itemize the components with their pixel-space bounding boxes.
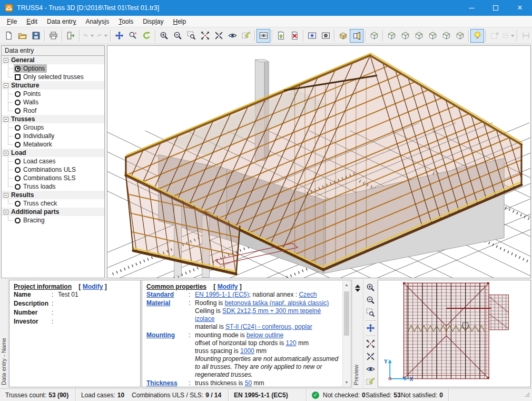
scrollbar-thumb[interactable] xyxy=(344,291,349,336)
preview-pan-button[interactable] xyxy=(364,322,377,334)
radio-icon[interactable] xyxy=(15,184,21,190)
zoom-in-button[interactable] xyxy=(157,29,171,43)
radio-icon[interactable] xyxy=(15,66,21,72)
radio-icon[interactable] xyxy=(15,142,21,148)
open-file-button[interactable] xyxy=(15,29,29,43)
resize-grip-icon[interactable] xyxy=(524,392,530,398)
pan-button[interactable] xyxy=(112,29,126,43)
tree-group-results[interactable]: Results xyxy=(2,191,104,199)
tree-item-bracing[interactable]: Bracing xyxy=(2,216,104,224)
property-label-link[interactable]: Thickness xyxy=(146,379,189,387)
splitter-arrows-icon[interactable] xyxy=(355,282,360,295)
collapse-icon[interactable] xyxy=(4,151,8,155)
view-cube-bottom-button[interactable] xyxy=(453,29,467,43)
view-new-button[interactable] xyxy=(305,29,319,43)
projection-view-button[interactable] xyxy=(350,29,363,43)
property-value-link[interactable]: betonová taška (např. alpská classic) xyxy=(225,299,329,307)
preview-canvas[interactable]: Y X xyxy=(378,280,531,387)
project-modify-link[interactable]: Modify xyxy=(83,283,103,290)
radio-icon[interactable] xyxy=(15,133,21,139)
property-value-link[interactable]: 1000 xyxy=(240,347,254,355)
tree-item-truss-check[interactable]: Truss check xyxy=(2,199,104,208)
property-label-link[interactable]: Mounting xyxy=(146,331,189,379)
export-button[interactable] xyxy=(64,29,77,43)
menu-file[interactable]: File xyxy=(2,16,22,27)
rotate-button[interactable] xyxy=(140,29,153,43)
zoom-drag-button[interactable] xyxy=(126,29,140,43)
checkbox-icon[interactable] xyxy=(15,74,21,80)
render-mode-button[interactable] xyxy=(257,29,270,43)
menu-edit[interactable]: Edit xyxy=(22,16,42,27)
radio-icon[interactable] xyxy=(15,167,21,173)
axonometry-button[interactable] xyxy=(367,29,381,43)
show-all-button[interactable] xyxy=(225,29,239,43)
menu-help[interactable]: Help xyxy=(169,16,191,27)
properties-scrollbar[interactable]: ▲ ▼ xyxy=(342,281,350,386)
collapse-icon[interactable] xyxy=(4,193,8,198)
close-button[interactable]: × xyxy=(508,0,532,16)
preview-show-selection-button[interactable] xyxy=(364,376,377,388)
view-cube-front-button[interactable] xyxy=(385,29,398,43)
print-button[interactable] xyxy=(46,29,60,43)
zoom-extents-button[interactable] xyxy=(198,29,212,43)
property-value-link[interactable]: 50 xyxy=(245,379,252,387)
tree-item-groups[interactable]: Groups xyxy=(2,123,104,132)
3d-model-scene[interactable] xyxy=(107,46,530,278)
tree-item-roof[interactable]: Roof xyxy=(2,106,104,115)
property-value-link[interactable]: ST-II (C24) - coniferous, poplar xyxy=(225,323,312,330)
collapse-icon[interactable] xyxy=(4,58,8,63)
light-button[interactable] xyxy=(470,29,484,43)
preview-zoom-selection-button[interactable] xyxy=(364,350,377,362)
solid-view-button[interactable] xyxy=(336,29,350,43)
view-restore-button[interactable] xyxy=(274,29,288,43)
tree-group-general[interactable]: General xyxy=(2,56,104,64)
radio-icon[interactable] xyxy=(15,100,21,105)
tree-item-individually[interactable]: Individually xyxy=(2,132,104,140)
property-value-link[interactable]: below outline xyxy=(247,331,283,339)
radio-icon[interactable] xyxy=(15,159,21,164)
property-label-link[interactable]: Standard xyxy=(146,291,189,299)
tree-item-points[interactable]: Points xyxy=(2,90,104,98)
collapse-icon[interactable] xyxy=(4,83,8,88)
tree-group-load[interactable]: Load xyxy=(2,149,104,157)
radio-icon[interactable] xyxy=(15,218,21,223)
menu-analysis[interactable]: Analysis xyxy=(81,16,114,27)
tree-item-load-cases[interactable]: Load cases xyxy=(2,157,104,165)
roof-plan-preview[interactable]: Y X xyxy=(378,280,530,387)
radio-icon[interactable] xyxy=(15,201,21,207)
show-selection-button[interactable] xyxy=(239,29,253,43)
tree-item-combinations-uls[interactable]: Combinations ULS xyxy=(2,165,104,174)
view-cube-left-button[interactable] xyxy=(412,29,426,43)
tree-item-walls[interactable]: Walls xyxy=(2,98,104,106)
preview-zoom-extents-button[interactable] xyxy=(364,338,377,349)
save-file-button[interactable] xyxy=(29,29,43,43)
bottom-left-tab[interactable]: Data entry - Name xyxy=(0,279,8,388)
radio-icon[interactable] xyxy=(15,108,21,114)
view-delete-button[interactable] xyxy=(288,29,301,43)
property-value-link[interactable]: 120 xyxy=(286,339,297,347)
zoom-out-button[interactable] xyxy=(171,29,184,43)
menu-data-entry[interactable]: Data entry xyxy=(42,16,81,27)
tree-item-combinations-sls[interactable]: Combinations SLS xyxy=(2,174,104,182)
preview-zoom-in-button[interactable] xyxy=(364,281,377,293)
preview-show-all-button[interactable] xyxy=(364,363,377,375)
menu-tools[interactable]: Tools xyxy=(114,16,138,27)
property-value-link[interactable]: EN 1995-1-1 (EC5) xyxy=(195,291,249,298)
collapse-icon[interactable] xyxy=(4,210,8,214)
title-bar[interactable]: TRUSS4 - Truss 3D [D:\2016\Test 01\Test … xyxy=(0,0,532,16)
viewport-3d[interactable] xyxy=(107,45,531,278)
property-value-link[interactable]: Czech xyxy=(299,291,317,298)
preview-splitter[interactable]: Preview xyxy=(352,279,363,388)
scroll-up-icon[interactable]: ▲ xyxy=(343,281,350,289)
tree-item-only-selected-trusses[interactable]: Only selected trusses xyxy=(2,73,104,81)
minimize-button[interactable] xyxy=(459,0,484,16)
view-cube-right-button[interactable] xyxy=(426,29,439,43)
view-cube-top-button[interactable] xyxy=(439,29,453,43)
tree-item-truss-loads[interactable]: Truss loads xyxy=(2,182,104,191)
zoom-window-button[interactable] xyxy=(184,29,198,43)
tree-group-additional-parts[interactable]: Additional parts xyxy=(2,208,104,216)
radio-icon[interactable] xyxy=(15,175,21,181)
radio-icon[interactable] xyxy=(15,91,21,97)
radio-icon[interactable] xyxy=(15,125,21,131)
tree-item-options[interactable]: Options xyxy=(2,64,104,73)
